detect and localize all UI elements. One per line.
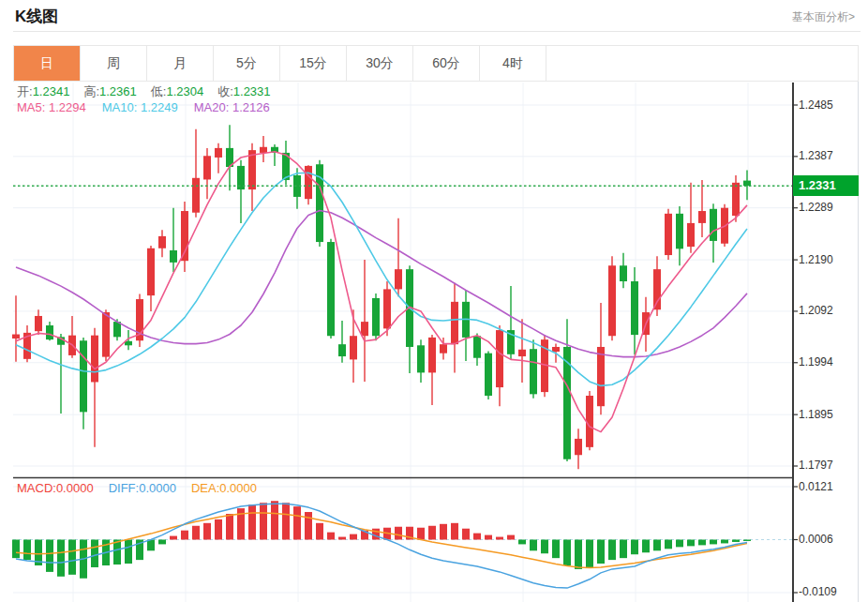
current-price-badge: 1.2331 [793, 175, 859, 196]
page-title: K线图 [15, 6, 58, 27]
price-tick-4: 1.2092 [799, 304, 833, 317]
tab-5min[interactable]: 5分 [214, 46, 280, 81]
price-tick-3: 1.2190 [799, 253, 833, 266]
header-divider [13, 31, 861, 32]
macd-tick-1: 0.0006 [799, 533, 833, 546]
macd-tick-0: 0.0121 [799, 480, 833, 493]
tab-15min[interactable]: 15分 [280, 46, 347, 81]
period-tab-bar: 日周月5分15分30分60分4时 [13, 45, 859, 82]
price-tick-2: 1.2289 [799, 201, 833, 214]
price-tick-7: 1.1797 [799, 459, 833, 472]
tab-month[interactable]: 月 [147, 46, 214, 81]
macd-tick-2: -0.0109 [799, 585, 837, 598]
kline-chart-canvas[interactable] [0, 0, 868, 602]
fundamental-analysis-link[interactable]: 基本面分析> [792, 9, 855, 25]
tab-week[interactable]: 周 [81, 46, 147, 81]
price-tick-0: 1.2485 [799, 98, 833, 112]
tab-60min[interactable]: 60分 [413, 46, 480, 81]
kline-page: K线图 基本面分析> 日周月5分15分30分60分4时 开:1.2341 高:1… [0, 0, 868, 602]
price-tick-5: 1.1994 [799, 355, 833, 369]
price-tick-6: 1.1895 [799, 408, 833, 421]
tab-4hour[interactable]: 4时 [480, 46, 546, 81]
price-tick-1: 1.2387 [799, 149, 833, 162]
tab-bar-filler [546, 46, 858, 81]
tab-day[interactable]: 日 [14, 46, 81, 81]
tab-30min[interactable]: 30分 [347, 46, 413, 81]
